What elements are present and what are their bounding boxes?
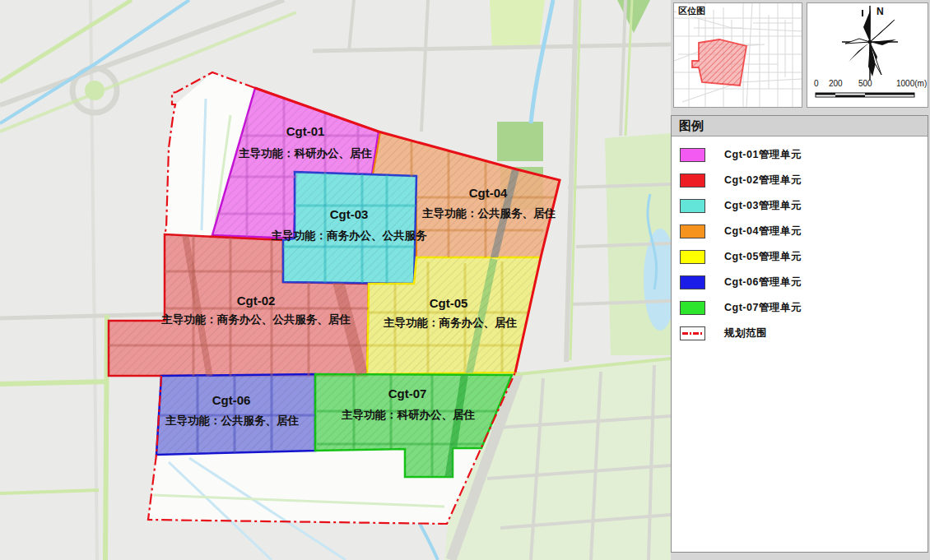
legend-item: Cgt-06管理单元 <box>680 275 928 289</box>
legend-item: Cgt-05管理单元 <box>680 250 928 264</box>
legend-swatch-cgt-07 <box>680 301 705 315</box>
compass-panel: N 0 200 500 1000(m) <box>807 2 928 108</box>
legend-swatch-boundary <box>680 326 705 340</box>
legend-title: 图例 <box>672 116 928 137</box>
legend-item: Cgt-03管理单元 <box>680 199 928 213</box>
north-label: N <box>877 6 884 17</box>
scale-tick: 1000(m) <box>896 79 927 88</box>
legend-swatch-cgt-02 <box>680 174 705 187</box>
legend-swatch-cgt-06 <box>680 275 705 289</box>
legend-panel: 图例 Cgt-01管理单元 Cgt-02管理单元 Cgt-03管理单元 Cgt-… <box>671 115 928 553</box>
legend-label: Cgt-04管理单元 <box>724 224 802 238</box>
legend-label: 规划范围 <box>724 326 767 340</box>
boundary-dash-icon <box>682 332 704 335</box>
legend-item: Cgt-02管理单元 <box>680 174 928 187</box>
location-map-panel: 区位图 <box>673 2 802 108</box>
location-highlight <box>692 39 746 86</box>
planning-map: Cgt-01 主导功能：科研办公、居住 Cgt-02 主导功能：商务办公、公共服… <box>0 0 671 560</box>
zone-label-function: 主导功能：商务办公、居住 <box>383 317 518 329</box>
north-arrow-icon <box>842 6 898 80</box>
zone-label-code: Cgt-01 <box>286 124 325 138</box>
zone-label-code: Cgt-07 <box>388 386 427 400</box>
legend-items: Cgt-01管理单元 Cgt-02管理单元 Cgt-03管理单元 Cgt-04管… <box>672 137 928 340</box>
location-map-title: 区位图 <box>677 5 707 17</box>
zone-label-code: Cgt-02 <box>237 294 276 308</box>
scale-tick: 500 <box>858 79 872 88</box>
legend-label: Cgt-01管理单元 <box>724 148 802 162</box>
zone-label-function: 主导功能：商务办公、公共服务 <box>271 229 428 242</box>
compass-canvas: N <box>807 3 928 107</box>
legend-label: Cgt-06管理单元 <box>724 275 802 289</box>
legend-swatch-cgt-04 <box>680 224 705 238</box>
scale-tick: 200 <box>829 79 843 88</box>
zone-label-code: Cgt-05 <box>430 296 468 310</box>
zone-label-code: Cgt-06 <box>212 393 251 407</box>
legend-item: Cgt-07管理单元 <box>680 301 928 315</box>
zone-label-function: 主导功能：科研办公、居住 <box>341 409 476 421</box>
zone-label-code: Cgt-03 <box>330 207 369 221</box>
map-canvas: Cgt-01 主导功能：科研办公、居住 Cgt-02 主导功能：商务办公、公共服… <box>0 0 671 560</box>
legend-item: Cgt-01管理单元 <box>680 148 928 162</box>
legend-label: Cgt-05管理单元 <box>724 250 802 264</box>
legend-swatch-cgt-03 <box>680 199 705 213</box>
legend-label: Cgt-02管理单元 <box>724 174 802 187</box>
legend-item-boundary: 规划范围 <box>680 326 928 340</box>
zone-label-function: 主导功能：公共服务、居住 <box>165 414 300 427</box>
legend-item: Cgt-04管理单元 <box>680 224 928 238</box>
legend-swatch-cgt-01 <box>680 148 705 162</box>
legend-label: Cgt-03管理单元 <box>724 199 802 213</box>
legend-label: Cgt-07管理单元 <box>724 301 802 315</box>
zone-label-function: 主导功能：科研办公、居住 <box>238 147 373 160</box>
zone-label-function: 主导功能：商务办公、公共服务、居住 <box>160 313 351 326</box>
zone-label-function: 主导功能：公共服务、居住 <box>421 207 556 220</box>
legend-swatch-cgt-05 <box>680 250 705 264</box>
scale-bar <box>816 93 914 97</box>
zone-label-code: Cgt-04 <box>469 186 508 200</box>
scale-tick: 0 <box>814 79 819 88</box>
location-map-canvas <box>674 3 802 107</box>
